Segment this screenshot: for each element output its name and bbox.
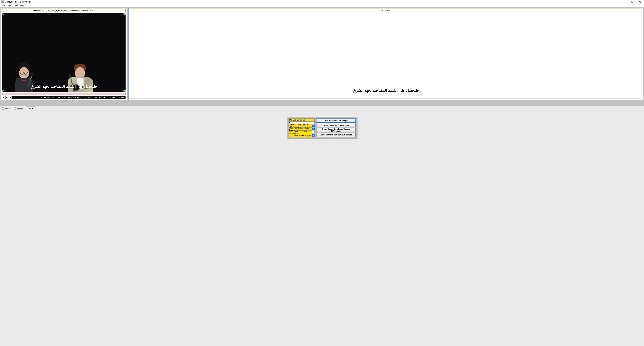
- ocr-options: Min Sub Duration : Join Subs And Correct…: [288, 119, 315, 137]
- maximize-icon: [632, 1, 633, 3]
- opt-save-substring: Save Each Substring Separately: [288, 131, 315, 134]
- video-panel: VideoBox "0_21_10_402__0_21_14_138_00000…: [1, 8, 127, 100]
- tab-label: Settings: [16, 108, 24, 110]
- crop-handle-br[interactable]: ✕: [124, 90, 126, 92]
- tab-ocr[interactable]: OCR: [26, 107, 36, 110]
- panels-row: VideoBox "0_21_10_402__0_21_14_138_00000…: [0, 7, 644, 101]
- player-controls: progress: %100.00 eta : 00h:00m:00s run_…: [2, 96, 126, 99]
- svg-rect-4: [10, 97, 11, 98]
- svg-rect-0: [632, 1, 633, 3]
- svg-rect-2: [6, 97, 7, 98]
- timeline-scrollbar[interactable]: ◄ ►: [2, 93, 126, 95]
- scroll-track[interactable]: [5, 93, 123, 95]
- stop-button[interactable]: [9, 96, 12, 99]
- tab-icon: [2, 108, 4, 110]
- tab-content-ocr: Min Sub Duration : Join Subs And Correct…: [0, 110, 644, 346]
- workspace: VideoBox "0_21_10_402__0_21_14_138_00000…: [0, 7, 644, 346]
- ocr-buttons: Create Cleared TXT Images Create Sub Fro…: [316, 119, 356, 137]
- extracted-subtitle: فلنحصل على الكلمة المفتاحية لجهه الشرق: [353, 88, 419, 93]
- tab-settings[interactable]: Settings: [13, 107, 25, 110]
- video-scene: [2, 13, 126, 92]
- ocr-panel: Min Sub Duration : Join Subs And Correct…: [287, 117, 358, 139]
- close-button[interactable]: [636, 0, 644, 4]
- close-icon: [639, 1, 641, 3]
- opt-label: Save Each Substring Separately: [288, 131, 312, 134]
- tab-label: Search: [4, 108, 10, 110]
- bottom-tabs: Search Settings OCR Min Sub Duration :: [0, 106, 644, 346]
- svg-marker-1: [3, 97, 4, 98]
- create-cleared-txt-images-button[interactable]: Create Cleared TXT Images: [316, 119, 356, 123]
- create-empty-sub-from-rgbimages-button[interactable]: Create Empty Sub From RGBImages: [316, 133, 356, 137]
- stop-icon: [10, 97, 11, 98]
- maximize-button[interactable]: [628, 0, 636, 4]
- scroll-thumb[interactable]: [118, 93, 122, 95]
- menu-play[interactable]: Play: [13, 4, 19, 7]
- minimize-icon: [624, 1, 626, 3]
- minimize-button[interactable]: [621, 0, 628, 4]
- pause-button[interactable]: [6, 96, 8, 99]
- min-sub-duration-label: Min Sub Duration :: [288, 119, 315, 121]
- image-panel: Image Box فلنحصل على الكلمة المفتاحية لج…: [128, 8, 643, 100]
- pause-icon: [6, 97, 8, 98]
- tabstrip: Search Settings OCR: [0, 106, 644, 110]
- seek-track[interactable]: [12, 96, 40, 99]
- window-title: VideoSubFinder 5.40 Version: [5, 1, 31, 3]
- scroll-left-icon[interactable]: ◄: [2, 93, 5, 95]
- crop-handle-bl[interactable]: ✕: [2, 90, 4, 92]
- menubar: File Edit Play Help: [0, 4, 644, 7]
- play-button[interactable]: [2, 96, 5, 99]
- svg-rect-3: [7, 97, 8, 98]
- person-left: [19, 67, 29, 79]
- burned-subtitle: فلنحصل على الكلمة المفتاحية لجهه الشرق: [31, 84, 97, 89]
- panel-gap: [0, 101, 644, 106]
- player-status: progress: %100.00 eta : 00h:00m:00s run_…: [40, 96, 126, 99]
- tab-icon: [14, 108, 16, 110]
- tab-search[interactable]: Search: [1, 107, 12, 110]
- tab-label: OCR: [30, 107, 34, 109]
- titlebar: VideoSubFinder 5.40 Version: [0, 0, 644, 4]
- opt-save-scaled-checkbox[interactable]: [312, 134, 315, 137]
- image-panel-header: Image Box: [130, 9, 642, 12]
- menu-edit[interactable]: Edit: [7, 4, 13, 7]
- image-area: فلنحصل على الكلمة المفتاحية لجهه الشرق: [130, 13, 642, 99]
- crop-handle-tr[interactable]: ✕: [124, 13, 126, 15]
- video-frame[interactable]: فلنحصل على الكلمة المفتاحية لجهه الشرق ✕…: [2, 13, 126, 92]
- opt-clear-txt-checkbox[interactable]: [312, 128, 315, 130]
- person-right: [75, 67, 85, 79]
- create-sub-from-txtresults-button[interactable]: Create Sub From TXTResults: [316, 123, 356, 127]
- tab-icon: [27, 107, 29, 109]
- play-icon: [3, 97, 4, 98]
- menu-help[interactable]: Help: [19, 4, 26, 7]
- app-window: VideoSubFinder 5.40 Version File Edit Pl…: [0, 0, 644, 346]
- opt-save-substring-checkbox[interactable]: [312, 131, 315, 133]
- video-panel-header: VideoBox "0_21_10_402__0_21_14_138_00000…: [2, 9, 126, 12]
- opt-join-subs-checkbox[interactable]: [312, 125, 315, 127]
- create-empty-sub-from-cleared-txtimages-button[interactable]: Create Empty Sub From Cleared TXTImages: [316, 128, 356, 132]
- scroll-right-icon[interactable]: ►: [123, 93, 126, 95]
- titlebar-left: VideoSubFinder 5.40 Version: [0, 1, 31, 3]
- menu-file[interactable]: File: [1, 4, 7, 7]
- opt-label: Save Scaled Images: [288, 134, 312, 137]
- crop-handle-tl[interactable]: ✕: [2, 13, 4, 15]
- app-icon: [1, 1, 4, 3]
- opt-save-scaled: Save Scaled Images: [288, 134, 315, 137]
- window-controls: [621, 0, 644, 4]
